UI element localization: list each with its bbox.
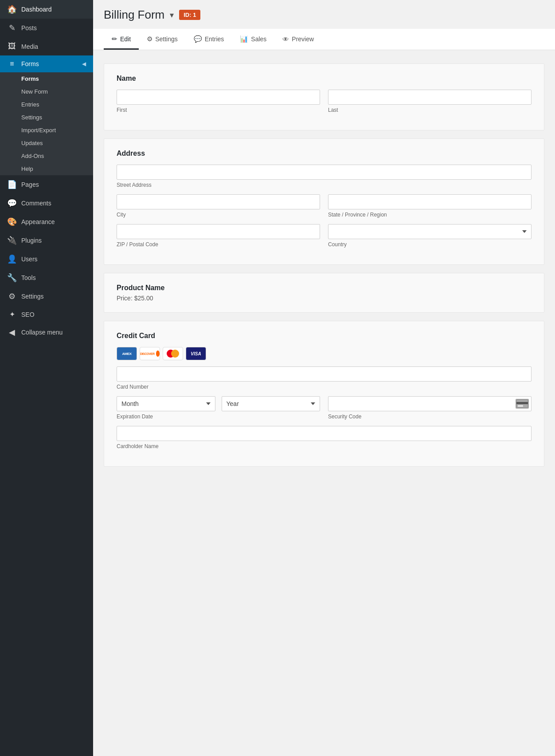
state-input[interactable]	[328, 194, 532, 209]
tools-icon: 🔧	[7, 273, 17, 283]
page-title: Billing Form	[104, 8, 164, 22]
sidebar-item-seo[interactable]: ✦ SEO	[0, 306, 93, 323]
month-select[interactable]: Month JanuaryFebruaryMarch AprilMayJune …	[117, 396, 215, 411]
sidebar-collapse[interactable]: ◀ Collapse menu	[0, 323, 93, 342]
users-icon: 👤	[7, 254, 17, 264]
card-number-label: Card Number	[117, 384, 532, 390]
forms-icon: ≡	[7, 60, 17, 68]
sidebar-item-tools[interactable]: 🔧 Tools	[0, 268, 93, 287]
cc-brand-icons: AMEX DISCOVER VISA	[117, 347, 532, 360]
sidebar-label-tools: Tools	[21, 274, 36, 281]
sidebar-label-settings: Settings	[21, 293, 44, 300]
last-name-field: Last	[328, 90, 532, 113]
sidebar-collapse-label: Collapse menu	[21, 329, 63, 336]
sidebar-label-seo: SEO	[21, 311, 35, 318]
zip-label: ZIP / Postal Code	[117, 241, 320, 248]
svg-rect-2	[518, 405, 523, 407]
sidebar: 🏠 Dashboard ✎ Posts 🖼 Media ≡ Forms ◀ Fo…	[0, 0, 93, 756]
submenu-import-export[interactable]: Import/Export	[0, 124, 93, 137]
city-input[interactable]	[117, 194, 320, 209]
sidebar-item-plugins[interactable]: 🔌 Plugins	[0, 231, 93, 250]
street-input[interactable]	[117, 165, 532, 180]
security-field: Security Code	[328, 396, 532, 420]
cardholder-label: Cardholder Name	[117, 443, 532, 449]
collapse-icon: ◀	[7, 327, 17, 337]
title-dropdown-chevron[interactable]: ▾	[170, 10, 174, 20]
zip-country-row: ZIP / Postal Code Country	[117, 224, 532, 248]
plugins-icon: 🔌	[7, 236, 17, 245]
sidebar-label-users: Users	[21, 256, 38, 263]
last-name-input[interactable]	[328, 90, 532, 105]
settings-icon: ⚙	[7, 291, 17, 301]
tab-edit-label: Edit	[120, 35, 131, 43]
address-section: Address Street Address City State / Prov…	[104, 138, 544, 265]
city-state-row: City State / Province / Region	[117, 194, 532, 218]
cvv-icon	[516, 399, 529, 409]
last-name-label: Last	[328, 107, 532, 113]
pages-icon: 📄	[7, 180, 17, 189]
discover-icon: DISCOVER	[140, 347, 160, 360]
credit-card-section: Credit Card AMEX DISCOVER VISA	[104, 321, 544, 467]
tab-entries[interactable]: 💬 Entries	[186, 29, 232, 50]
zip-input[interactable]	[117, 224, 320, 239]
tab-preview[interactable]: 👁 Preview	[274, 29, 322, 50]
sidebar-label-pages: Pages	[21, 181, 39, 188]
city-label: City	[117, 212, 320, 218]
name-field-row: First Last	[117, 90, 532, 113]
name-section-title: Name	[117, 75, 532, 83]
expiry-inputs: Month JanuaryFebruaryMarch AprilMayJune …	[117, 396, 320, 411]
posts-icon: ✎	[7, 23, 17, 33]
tab-sales[interactable]: 📊 Sales	[232, 29, 274, 50]
sidebar-item-pages[interactable]: 📄 Pages	[0, 175, 93, 194]
tab-edit[interactable]: ✏ Edit	[104, 29, 139, 50]
submenu-settings[interactable]: Settings	[0, 111, 93, 124]
sidebar-label-appearance: Appearance	[21, 218, 55, 225]
sidebar-item-users[interactable]: 👤 Users	[0, 250, 93, 268]
sidebar-item-comments[interactable]: 💬 Comments	[0, 194, 93, 213]
card-number-input[interactable]	[117, 366, 532, 382]
tab-preview-label: Preview	[292, 35, 314, 43]
first-name-field: First	[117, 90, 320, 113]
country-select[interactable]	[328, 224, 532, 239]
city-field: City	[117, 194, 320, 218]
sidebar-item-appearance[interactable]: 🎨 Appearance	[0, 213, 93, 231]
cardholder-input[interactable]	[117, 426, 532, 441]
sidebar-label-forms: Forms	[21, 60, 39, 67]
security-code-input[interactable]	[328, 396, 532, 411]
sidebar-item-dashboard[interactable]: 🏠 Dashboard	[0, 0, 93, 19]
security-input-wrap	[328, 396, 532, 411]
state-field: State / Province / Region	[328, 194, 532, 218]
street-field: Street Address	[117, 165, 532, 188]
comments-icon: 💬	[7, 198, 17, 208]
submenu-updates[interactable]: Updates	[0, 137, 93, 150]
state-label: State / Province / Region	[328, 212, 532, 218]
media-icon: 🖼	[7, 42, 17, 51]
submenu-new-form[interactable]: New Form	[0, 85, 93, 98]
sidebar-item-settings[interactable]: ⚙ Settings	[0, 287, 93, 306]
tab-entries-label: Entries	[205, 35, 224, 43]
street-row: Street Address	[117, 165, 532, 188]
address-section-title: Address	[117, 150, 532, 158]
sidebar-item-media[interactable]: 🖼 Media	[0, 37, 93, 55]
country-label: Country	[328, 241, 532, 248]
form-id-badge: ID: 1	[179, 10, 200, 20]
submenu-help[interactable]: Help	[0, 162, 93, 175]
submenu-forms[interactable]: Forms	[0, 72, 93, 85]
submenu-add-ons[interactable]: Add-Ons	[0, 150, 93, 162]
sidebar-item-forms[interactable]: ≡ Forms ◀	[0, 55, 93, 72]
svg-rect-1	[516, 402, 528, 404]
sidebar-label-comments: Comments	[21, 200, 51, 207]
street-label: Street Address	[117, 182, 532, 188]
tab-settings[interactable]: ⚙ Settings	[139, 29, 186, 50]
submenu-entries[interactable]: Entries	[0, 98, 93, 111]
tabs-bar: ✏ Edit ⚙ Settings 💬 Entries 📊 Sales 👁 Pr…	[93, 29, 555, 50]
year-select[interactable]: Year 202420252026 202720282029 2030	[222, 396, 320, 411]
first-name-label: First	[117, 107, 320, 113]
sidebar-label-media: Media	[21, 43, 38, 50]
card-number-row: Card Number	[117, 366, 532, 390]
sidebar-item-posts[interactable]: ✎ Posts	[0, 19, 93, 37]
expiry-security-row: Month JanuaryFebruaryMarch AprilMayJune …	[117, 396, 532, 420]
visa-icon: VISA	[186, 347, 206, 360]
first-name-input[interactable]	[117, 90, 320, 105]
tab-sales-label: Sales	[251, 35, 266, 43]
